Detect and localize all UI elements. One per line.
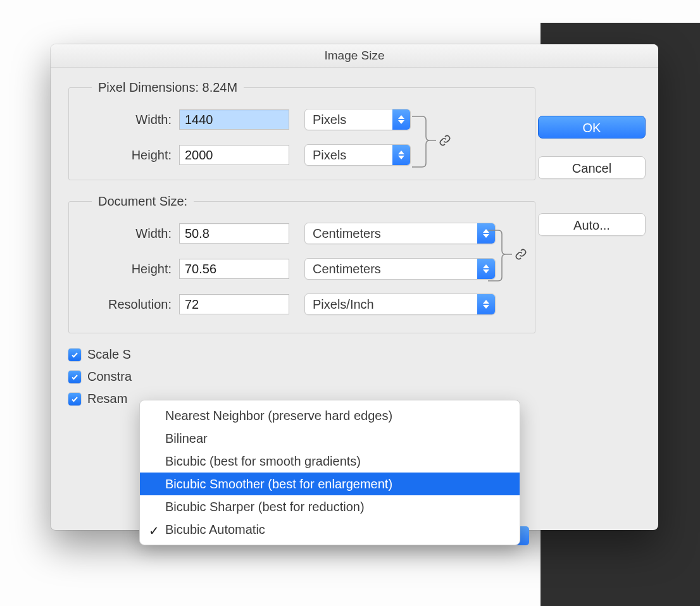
dialog-buttons: OK Cancel Auto...	[538, 116, 646, 254]
image-size-dialog: Image Size OK Cancel Auto... Pixel Dimen…	[51, 44, 658, 530]
doc-width-unit-value: Centimeters	[313, 226, 381, 241]
constrain-link-icon[interactable]	[439, 134, 451, 147]
doc-height-row: Height: Centimeters	[80, 258, 523, 280]
resample-method-dropdown: Nearest Neighbor (preserve hard edges) B…	[139, 400, 520, 545]
pixel-height-row: Height: Pixels	[80, 144, 523, 166]
resolution-unit-value: Pixels/Inch	[313, 297, 374, 312]
pixel-height-unit-value: Pixels	[313, 148, 346, 163]
document-size-group: Document Size: Width: Centimeters Height…	[68, 194, 535, 333]
resample-image-checkbox[interactable]	[68, 393, 81, 405]
scale-styles-label: Scale S	[87, 347, 133, 362]
resample-image-label: Resam	[87, 392, 130, 406]
checkmark-icon: ✓	[149, 523, 159, 538]
resolution-row: Resolution: Pixels/Inch	[80, 294, 523, 315]
dropdown-item-bilinear[interactable]: Bilinear	[140, 427, 520, 450]
svg-marker-9	[483, 305, 489, 309]
dropdown-item-bicubic[interactable]: Bicubic (best for smooth gradients)	[140, 450, 520, 473]
pixel-width-unit-select[interactable]: Pixels	[304, 109, 411, 130]
doc-height-unit-value: Centimeters	[313, 262, 381, 276]
dropdown-item-bicubic-automatic[interactable]: ✓ Bicubic Automatic	[140, 518, 520, 541]
dropdown-item-label: Bicubic Automatic	[165, 523, 265, 537]
dropdown-item-bicubic-sharper[interactable]: Bicubic Sharper (best for reduction)	[140, 495, 520, 518]
doc-width-row: Width: Centimeters	[80, 223, 523, 244]
pixel-width-unit-value: Pixels	[313, 113, 346, 127]
constrain-proportions-row: Constra	[68, 369, 641, 384]
document-size-legend: Document Size:	[92, 194, 194, 209]
stepper-arrows-icon	[477, 294, 495, 314]
doc-height-unit-select[interactable]: Centimeters	[304, 258, 496, 280]
pixel-height-unit-select[interactable]: Pixels	[304, 144, 411, 166]
cancel-button[interactable]: Cancel	[538, 156, 646, 179]
stepper-arrows-icon	[392, 145, 410, 165]
option-checkboxes: Scale S Constra Resam	[68, 347, 641, 406]
constrain-proportions-label: Constra	[87, 369, 137, 384]
svg-marker-3	[398, 156, 404, 159]
resolution-unit-select[interactable]: Pixels/Inch	[304, 294, 496, 315]
constrain-brace	[487, 228, 518, 283]
pixel-dimensions-group: Pixel Dimensions: 8.24M Width: Pixels He…	[68, 80, 535, 180]
pixel-width-input[interactable]	[179, 109, 289, 130]
constrain-brace	[411, 114, 442, 170]
scale-styles-row: Scale S	[68, 347, 641, 362]
constrain-proportions-checkbox[interactable]	[68, 371, 81, 383]
doc-height-label: Height:	[80, 262, 172, 276]
doc-width-label: Width:	[80, 226, 172, 241]
doc-width-input[interactable]	[179, 223, 289, 244]
ok-button[interactable]: OK	[538, 116, 646, 139]
resolution-label: Resolution:	[80, 297, 172, 312]
dropdown-item-bicubic-smoother[interactable]: Bicubic Smoother (best for enlargement)	[140, 473, 520, 495]
auto-button[interactable]: Auto...	[538, 213, 646, 236]
pixel-dimensions-legend: Pixel Dimensions: 8.24M	[92, 80, 244, 95]
pixel-width-row: Width: Pixels	[80, 109, 523, 130]
svg-marker-0	[398, 115, 404, 119]
doc-height-input[interactable]	[179, 259, 289, 279]
pixel-width-label: Width:	[80, 113, 172, 127]
doc-width-unit-select[interactable]: Centimeters	[304, 223, 496, 244]
constrain-link-icon[interactable]	[515, 248, 527, 261]
svg-marker-1	[398, 120, 404, 124]
pixel-height-input[interactable]	[179, 145, 289, 165]
dialog-content: OK Cancel Auto... Pixel Dimensions: 8.24…	[51, 68, 658, 531]
stepper-arrows-icon	[392, 109, 410, 130]
svg-marker-8	[483, 300, 489, 304]
svg-marker-2	[398, 151, 404, 154]
dialog-title: Image Size	[51, 44, 658, 68]
scale-styles-checkbox[interactable]	[68, 349, 81, 361]
dropdown-item-nearest-neighbor[interactable]: Nearest Neighbor (preserve hard edges)	[140, 404, 520, 427]
resolution-input[interactable]	[179, 294, 289, 314]
pixel-height-label: Height:	[80, 148, 172, 163]
